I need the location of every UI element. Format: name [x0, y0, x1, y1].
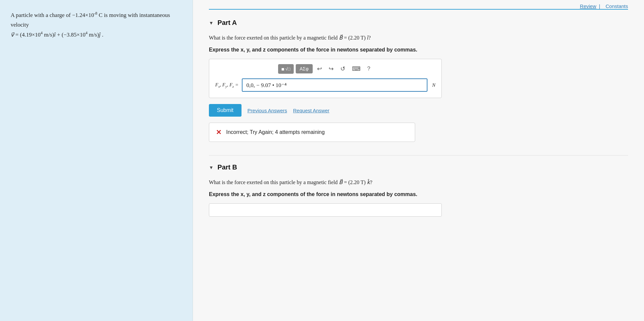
sqrt-button[interactable]: ■ √□: [278, 64, 294, 74]
part-a-feedback: ✕ Incorrect; Try Again; 4 attempts remai…: [209, 123, 415, 142]
problem-statement: A particle with a charge of −1.24×10-8 C…: [0, 0, 193, 321]
part-b-question: What is the force exerted on this partic…: [209, 178, 628, 187]
reset-button[interactable]: ↺: [338, 64, 348, 74]
reset-icon: ↺: [340, 65, 345, 72]
section-divider: [209, 155, 628, 156]
request-answer-button[interactable]: Request Answer: [293, 108, 329, 113]
redo-icon: ↪: [329, 65, 334, 72]
feedback-text: Incorrect; Try Again; 4 attempts remaini…: [226, 129, 325, 135]
top-bar: Review | Constants: [209, 0, 628, 10]
problem-text: A particle with a charge of −1.24×10-8 C…: [11, 10, 182, 40]
keyboard-icon: ⌨: [352, 65, 361, 72]
math-symbols-button[interactable]: AΣφ: [296, 64, 313, 73]
part-b-express-text: Express the x, y, and z components of th…: [209, 191, 628, 197]
undo-icon: ↩: [317, 65, 322, 72]
part-a-label: Part A: [218, 19, 237, 27]
part-b-section: ▼ Part B What is the force exerted on th…: [209, 163, 628, 217]
part-a-unit: N: [432, 82, 435, 88]
separator: |: [599, 3, 600, 9]
redo-button[interactable]: ↪: [326, 64, 336, 74]
part-b-collapse-arrow[interactable]: ▼: [209, 165, 214, 170]
right-panel: Review | Constants ▼ Part A What is the …: [193, 0, 644, 321]
part-a-answer-input[interactable]: [242, 78, 427, 92]
submit-button[interactable]: Submit: [209, 104, 242, 117]
math-symbols-label: AΣφ: [300, 66, 309, 71]
part-a-toolbar: ■ √□ AΣφ ↩ ↪ ↺ ⌨: [215, 64, 435, 74]
part-b-label: Part B: [218, 163, 237, 171]
sqrt-icon: ■: [281, 66, 284, 72]
undo-button[interactable]: ↩: [315, 64, 324, 74]
help-button[interactable]: ?: [365, 64, 373, 73]
help-icon: ?: [367, 65, 370, 72]
part-a-math-row: Fx, Fy, Fz = N: [215, 78, 435, 92]
part-a-section: ▼ Part A What is the force exerted on th…: [209, 19, 628, 142]
part-b-header: ▼ Part B: [209, 163, 628, 171]
part-a-question: What is the force exerted on this partic…: [209, 33, 628, 42]
previous-answers-button[interactable]: Previous Answers: [247, 108, 287, 113]
incorrect-icon: ✕: [216, 128, 222, 136]
part-a-express-text: Express the x, y, and z components of th…: [209, 47, 628, 53]
part-a-collapse-arrow[interactable]: ▼: [209, 20, 214, 26]
keyboard-button[interactable]: ⌨: [350, 64, 363, 74]
sqrt-label: √□: [285, 66, 290, 71]
part-a-submit-row: Submit Previous Answers Request Answer: [209, 104, 628, 117]
part-a-input-box: ■ √□ AΣφ ↩ ↪ ↺ ⌨: [209, 59, 442, 98]
review-label[interactable]: Review: [580, 3, 596, 9]
part-a-input-label: Fx, Fy, Fz =: [215, 82, 239, 88]
part-a-header: ▼ Part A: [209, 19, 628, 27]
constants-link[interactable]: Constants: [605, 3, 628, 9]
part-b-input-preview: [209, 203, 442, 217]
